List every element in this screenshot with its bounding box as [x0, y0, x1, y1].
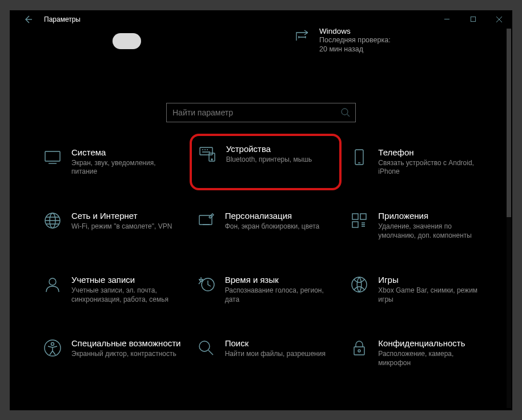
- tile-personalization[interactable]: Персонализация Фон, экран блокировки, цв…: [195, 207, 336, 244]
- svg-point-20: [358, 350, 360, 352]
- search-icon: [340, 107, 351, 118]
- tile-title: Персонализация: [225, 211, 320, 221]
- svg-rect-2: [45, 151, 60, 161]
- update-text: Windows Последняя проверка: 20 мин назад: [319, 27, 391, 55]
- svg-rect-9: [199, 215, 212, 225]
- gaming-icon: [350, 275, 369, 294]
- tile-desc: Удаление, значения по умолчанию, доп. ко…: [378, 222, 485, 241]
- tile-desc: Найти мои файлы, разрешения: [225, 350, 326, 359]
- tile-desc: Xbox Game Bar, снимки, режим игры: [378, 286, 485, 305]
- svg-rect-11: [360, 214, 366, 219]
- window-controls: [433, 10, 512, 29]
- tile-title: Учетные записи: [71, 275, 179, 285]
- accessibility-icon: [43, 338, 62, 358]
- header-area: Windows Последняя проверка: 20 мин назад: [10, 29, 512, 83]
- back-button[interactable]: [20, 11, 36, 27]
- scrollbar[interactable]: [507, 29, 511, 408]
- tile-network[interactable]: Сеть и Интернет Wi-Fi, режим "в самолете…: [42, 207, 183, 244]
- update-last-check-value: 20 мин назад: [319, 45, 391, 54]
- devices-icon: [198, 144, 217, 163]
- tile-gaming[interactable]: Игры Xbox Game Bar, снимки, режим игры: [348, 271, 489, 308]
- tile-desc: Связать устройство с Android, iPhone: [378, 159, 485, 177]
- svg-point-5: [211, 159, 212, 160]
- privacy-icon: [350, 338, 369, 358]
- tile-desc: Распознавание голоса, регион, дата: [225, 286, 332, 305]
- tile-title: Телефон: [378, 147, 485, 157]
- search-box[interactable]: [166, 103, 356, 122]
- tile-title: Поиск: [225, 338, 326, 348]
- phone-icon: [350, 147, 369, 167]
- tile-search[interactable]: Поиск Найти мои файлы, разрешения: [195, 335, 336, 371]
- tile-title: Сеть и Интернет: [71, 211, 172, 221]
- svg-point-18: [199, 341, 210, 351]
- tile-desc: Bluetooth, принтеры, мышь: [226, 155, 312, 165]
- tile-desc: Wi-Fi, режим "в самолете", VPN: [71, 222, 172, 231]
- tile-accounts[interactable]: Учетные записи Учетные записи, эл. почта…: [42, 271, 183, 308]
- update-last-check-label: Последняя проверка:: [319, 35, 391, 45]
- close-button[interactable]: [486, 10, 512, 29]
- tile-title: Устройства: [226, 144, 312, 154]
- tile-desc: Учетные записи, эл. почта, синхронизация…: [71, 286, 179, 305]
- tile-title: Конфиденциальность: [378, 338, 485, 348]
- tile-time-language[interactable]: Время и язык Распознавание голоса, регио…: [195, 271, 336, 308]
- network-icon: [43, 211, 62, 230]
- window-title: Параметры: [44, 15, 433, 23]
- tile-desc: Экранный диктор, контрастность: [71, 350, 179, 359]
- tile-title: Специальные возможности: [71, 338, 181, 348]
- update-title: Windows: [319, 27, 391, 35]
- personalization-icon: [196, 211, 216, 230]
- minimize-button[interactable]: [433, 10, 460, 29]
- accounts-icon: [43, 275, 62, 294]
- apps-icon: [350, 211, 369, 230]
- svg-point-1: [342, 109, 348, 115]
- tile-title: Игры: [378, 275, 485, 285]
- category-grid: Система Экран, звук, уведомления, питани…: [10, 122, 512, 372]
- tile-privacy[interactable]: Конфиденциальность Расположение, камера,…: [348, 335, 489, 371]
- tile-desc: Фон, экран блокировки, цвета: [225, 222, 320, 231]
- profile-avatar[interactable]: [113, 33, 141, 49]
- svg-point-15: [352, 277, 367, 292]
- titlebar: Параметры: [10, 10, 512, 29]
- tile-title: Время и язык: [225, 275, 332, 285]
- svg-rect-6: [355, 150, 363, 165]
- tile-title: Приложения: [378, 211, 485, 221]
- svg-rect-19: [354, 347, 364, 355]
- svg-rect-12: [352, 222, 358, 227]
- tile-phone[interactable]: Телефон Связать устройство с Android, iP…: [348, 144, 489, 181]
- svg-rect-10: [352, 214, 358, 219]
- scrollbar-thumb[interactable]: [507, 29, 511, 217]
- maximize-button[interactable]: [460, 10, 486, 29]
- search-wrap: [10, 103, 512, 122]
- tile-apps[interactable]: Приложения Удаление, значения по умолчан…: [348, 207, 489, 244]
- search-settings-icon: [196, 338, 216, 358]
- search-input[interactable]: [171, 108, 340, 117]
- tile-accessibility[interactable]: Специальные возможности Экранный диктор,…: [42, 335, 183, 371]
- settings-window: Параметры Windows Последняя: [10, 10, 512, 410]
- tile-title: Система: [71, 147, 179, 157]
- system-icon: [43, 147, 62, 167]
- tile-system[interactable]: Система Экран, звук, уведомления, питани…: [42, 144, 183, 181]
- svg-point-17: [51, 343, 54, 346]
- tile-desc: Расположение, камера, микрофон: [378, 350, 485, 368]
- tile-devices[interactable]: Устройства Bluetooth, принтеры, мышь: [190, 134, 342, 191]
- windows-update-block[interactable]: Windows Последняя проверка: 20 мин назад: [294, 27, 391, 55]
- time-language-icon: [196, 275, 216, 294]
- svg-rect-0: [471, 17, 475, 21]
- update-icon: [294, 28, 310, 44]
- tile-desc: Экран, звук, уведомления, питание: [71, 159, 179, 177]
- svg-point-13: [49, 278, 56, 285]
- svg-rect-3: [200, 147, 212, 155]
